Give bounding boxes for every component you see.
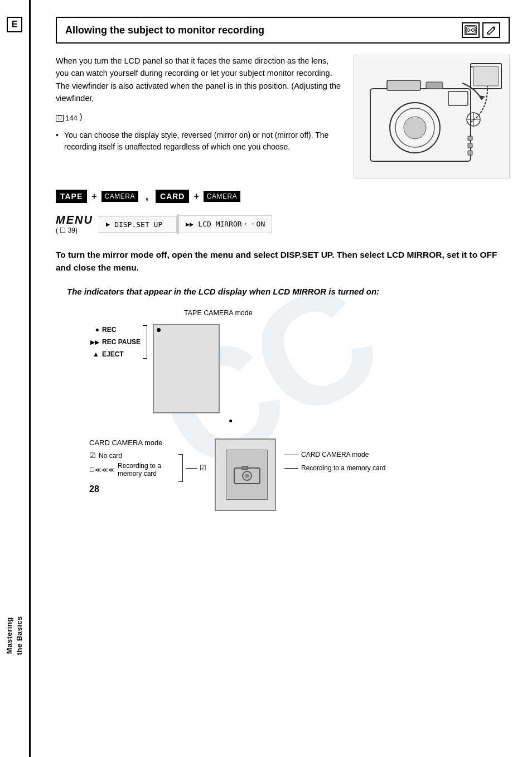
eject-symbol: ▲ (89, 350, 99, 358)
tape-indicators: ● REC ▶▶ REC PAUSE ▲ EJECT (89, 324, 141, 360)
step2-text: LCD MIRROR・・ON (198, 219, 265, 229)
card-screen-inner (226, 450, 268, 500)
menu-label-box: MENU ( ☐ 39) (56, 214, 93, 234)
tape-label: TAPE (56, 190, 87, 203)
svg-point-24 (245, 474, 249, 478)
page-number: 28 (89, 484, 99, 494)
eject-indicator: ▲ EJECT (89, 349, 141, 360)
bullet-list: You can choose the display style, revers… (56, 129, 342, 153)
ref-paragraph: ☐ 144 ) (56, 110, 342, 124)
svg-rect-17 (468, 136, 472, 141)
camera2-label: CAMERA (204, 191, 240, 202)
svg-rect-9 (448, 91, 468, 105)
step1-text: DISP.SET UP (114, 220, 162, 229)
svg-point-2 (467, 29, 470, 32)
card-mode-right-labels: CARD CAMERA mode Recording to a memory c… (284, 438, 385, 474)
camera1-label: CAMERA (101, 191, 138, 202)
camera1-btn: CAMERA (101, 191, 138, 202)
card-indicators-col: ☑ No card ☐≪≪≪ Recording to a memory car… (89, 451, 173, 478)
tape-mode-btn: TAPE (56, 190, 87, 203)
step2-arrow: ▶▶ (186, 220, 194, 228)
header-icons (462, 22, 500, 38)
plus-sign-2: + (194, 191, 199, 201)
sidebar: E Mastering the Basics (0, 0, 31, 757)
intro-paragraph: When you turn the LCD panel so that it f… (56, 55, 342, 105)
card-mode-section: CARD CAMERA mode ☑ No card ☐≪≪≪ Recordin… (56, 438, 510, 511)
svg-rect-10 (387, 80, 420, 90)
menu-step-2: ▶▶ LCD MIRROR・・ON (178, 215, 272, 233)
no-card-symbol: ☑ (89, 451, 96, 460)
sidebar-label-e: E (7, 17, 22, 32)
tape-lcd-screen (153, 324, 220, 413)
svg-point-8 (404, 117, 426, 139)
card-lcd-screen (215, 438, 276, 511)
content-area: When you turn the LCD panel so that it f… (56, 55, 510, 179)
recording-symbol: ☐≪≪≪ (89, 466, 115, 474)
svg-point-3 (472, 29, 475, 32)
recording-label: Recording to a memory card (118, 462, 173, 478)
menu-label: MENU (56, 214, 93, 225)
rec-pause-symbol: ▶▶ (89, 339, 99, 345)
card-camera-mode-label: CARD CAMERA mode (89, 438, 206, 447)
rec-symbol: ● (89, 326, 99, 334)
plus-sign-1: + (91, 191, 96, 201)
tape-camera-mode-label: TAPE CAMERA mode (184, 309, 253, 317)
sidebar-rotated-label: Mastering the Basics (4, 616, 25, 655)
svg-rect-18 (468, 143, 472, 148)
svg-rect-19 (468, 151, 472, 155)
page-header: Allowing the subject to monitor recordin… (56, 17, 510, 44)
rec-indicator: ● REC (89, 324, 141, 335)
card-mode-right-label1: CARD CAMERA mode (301, 450, 369, 460)
recording-indicator: ☐≪≪≪ Recording to a memory card (89, 462, 173, 478)
step1-arrow: ▶ (106, 220, 110, 228)
tape-mode-row: TAPE CAMERA mode ● REC (56, 309, 510, 425)
screen-dot (157, 328, 161, 332)
card-mode-right-label2: Recording to a memory card (301, 463, 385, 474)
bullet-item-1: You can choose the display style, revers… (56, 129, 342, 153)
lcd-diagram-section: TAPE CAMERA mode ● REC (56, 309, 510, 511)
camera-diagram (354, 55, 510, 179)
menu-steps: ▶ DISP.SET UP ▶▶ LCD MIRROR・・ON (99, 214, 510, 234)
svg-rect-13 (473, 66, 499, 86)
rec-pause-indicator: ▶▶ REC PAUSE (89, 336, 141, 348)
eject-label: EJECT (102, 350, 124, 358)
rec-pause-label: REC PAUSE (102, 338, 141, 346)
tape-icon (462, 22, 480, 38)
ref-icon: ☐ (56, 115, 64, 122)
card-mode-indicators: ☑ No card ☐≪≪≪ Recording to a memory car… (89, 451, 206, 482)
menu-ref: ( ☐ 39) (56, 226, 78, 234)
menu-section: MENU ( ☐ 39) ▶ DISP.SET UP ▶▶ LCD MIRROR… (56, 214, 510, 234)
card-mode-btn: CARD (156, 190, 189, 203)
no-card-indicator: ☑ No card (89, 451, 173, 460)
bold-instruction: To turn the mirror mode off, open the me… (56, 248, 510, 274)
mode-buttons-row: TAPE + CAMERA , CARD + CAMERA (56, 190, 510, 203)
camera2-btn: CAMERA (204, 191, 240, 202)
svg-rect-11 (426, 82, 443, 89)
menu-step-1: ▶ DISP.SET UP (99, 216, 177, 233)
rec-label: REC (102, 326, 116, 334)
page-title: Allowing the subject to monitor recordin… (65, 25, 264, 36)
comma-separator: , (146, 191, 148, 202)
intro-section: When you turn the LCD panel so that it f… (56, 55, 342, 179)
pencil-icon (482, 22, 500, 38)
italic-instruction: The indicators that appear in the LCD di… (67, 286, 510, 298)
card-label: CARD (156, 190, 189, 203)
no-card-label: No card (99, 452, 122, 460)
